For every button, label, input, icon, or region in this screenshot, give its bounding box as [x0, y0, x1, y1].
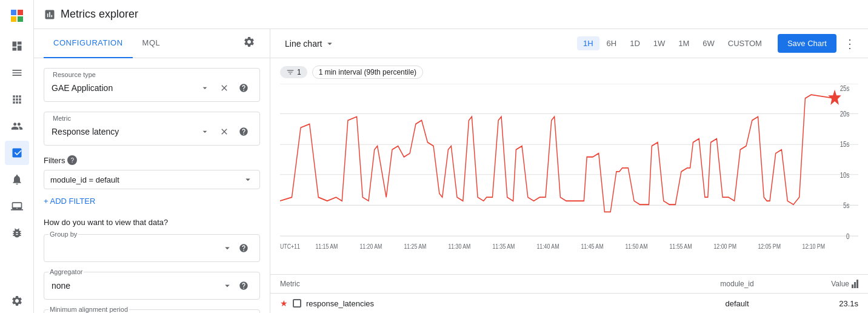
save-chart-button[interactable]: Save Chart	[778, 34, 836, 53]
right-panel: Line chart 1H 6H 1D 1W 1M 6W CUSTOM Save…	[270, 29, 868, 313]
chart-type-label: Line chart	[285, 39, 322, 49]
svg-text:20s: 20s	[840, 110, 850, 118]
sidebar-dashboard-icon[interactable]	[5, 34, 29, 58]
group-by-wrapper: Group by	[44, 234, 260, 262]
topbar: Metrics explorer	[34, 0, 868, 29]
svg-text:11:15 AM: 11:15 AM	[315, 243, 338, 250]
svg-text:25s: 25s	[840, 84, 850, 92]
svg-rect-0	[11, 10, 16, 15]
tab-configuration[interactable]: CONFIGURATION	[44, 29, 133, 58]
alignment-label: Minimum alignment period	[48, 306, 129, 313]
legend-value-cell: 23.1s	[798, 299, 858, 308]
chart-container: 0 5s 10s 15s 20s 25s UTC+11 11:15 AM	[280, 84, 858, 274]
group-by-help-icon[interactable]	[235, 240, 252, 257]
time-btn-1h[interactable]: 1H	[577, 36, 599, 50]
tab-mql[interactable]: MQL	[133, 29, 170, 58]
metric-help-icon[interactable]	[235, 123, 252, 140]
more-options-button[interactable]: ⋮	[841, 34, 858, 53]
resource-type-clear-icon[interactable]	[216, 79, 233, 96]
time-btn-6w[interactable]: 6W	[696, 36, 721, 50]
resource-type-field: Resource type GAE Application	[44, 68, 260, 102]
aggregator-value: none	[52, 281, 222, 291]
sidebar-settings-icon[interactable]	[5, 289, 29, 313]
aggregator-select[interactable]: Aggregator none	[44, 272, 260, 300]
metric-dropdown-icon[interactable]	[196, 123, 213, 140]
chart-area: 1 1 min interval (99th percentile)	[270, 58, 868, 274]
app-logo	[6, 5, 28, 27]
legend-col-value: Value	[798, 280, 858, 288]
form-section: Resource type GAE Application	[34, 58, 270, 313]
add-filter-button[interactable]: + ADD FILTER	[44, 194, 260, 208]
time-btn-custom[interactable]: CUSTOM	[722, 36, 768, 50]
row-metric-name: response_latencies	[306, 299, 374, 308]
sidebar-grid-icon[interactable]	[5, 87, 29, 112]
svg-text:11:30 AM: 11:30 AM	[448, 243, 470, 250]
svg-text:11:40 AM: 11:40 AM	[536, 243, 559, 250]
interval-badge: 1 min interval (99th percentile)	[312, 66, 423, 79]
alignment-select[interactable]: Minimum alignment period 1 minute	[44, 309, 260, 313]
sidebar-list-icon[interactable]	[5, 61, 29, 85]
time-btn-1m[interactable]: 1M	[672, 36, 695, 50]
chart-filter-badges: 1 1 min interval (99th percentile)	[280, 66, 858, 79]
aggregator-wrapper: Aggregator none	[44, 272, 260, 300]
resource-type-actions	[196, 79, 252, 96]
view-data-title: How do you want to view that data?	[44, 218, 260, 227]
metric-value: Response latency	[52, 124, 194, 139]
left-panel: CONFIGURATION MQL Resource type GAE Appl…	[34, 29, 270, 313]
legend-header: Metric module_id Value	[270, 275, 868, 294]
aggregator-dropdown-icon	[222, 280, 233, 291]
metric-clear-icon[interactable]	[216, 123, 233, 140]
svg-text:0: 0	[846, 232, 849, 240]
svg-text:11:55 AM: 11:55 AM	[669, 243, 692, 250]
filter-count-badge[interactable]: 1	[280, 66, 307, 78]
sidebar-debug-icon[interactable]	[5, 221, 29, 245]
filter-chip[interactable]: module_id = default	[44, 170, 260, 189]
aggregator-label: Aggregator	[48, 268, 84, 275]
svg-text:11:20 AM: 11:20 AM	[359, 243, 382, 250]
content-area: CONFIGURATION MQL Resource type GAE Appl…	[34, 29, 868, 313]
settings-gear-icon[interactable]	[238, 31, 260, 56]
sidebar-people-icon[interactable]	[5, 114, 29, 138]
filters-label: Filters	[44, 156, 65, 165]
legend-row: ★ response_latencies default 23.1s	[270, 294, 868, 313]
svg-rect-2	[11, 16, 16, 22]
row-star-icon: ★	[280, 298, 288, 308]
chart-toolbar: Line chart 1H 6H 1D 1W 1M 6W CUSTOM Save…	[270, 29, 868, 58]
sidebar-bell-icon[interactable]	[5, 167, 29, 192]
filter-chevron-icon	[242, 174, 253, 185]
group-by-dropdown-icon	[222, 243, 233, 254]
metric-row: Response latency	[52, 123, 252, 140]
resource-type-help-icon[interactable]	[235, 79, 252, 96]
svg-text:11:50 AM: 11:50 AM	[625, 243, 647, 250]
svg-text:11:35 AM: 11:35 AM	[492, 243, 515, 250]
chart-type-dropdown-icon	[324, 38, 335, 49]
sidebar-chart-icon[interactable]	[5, 141, 29, 165]
svg-text:12:00 PM: 12:00 PM	[714, 243, 736, 250]
resource-type-row: GAE Application	[52, 79, 252, 96]
filter-value: module_id = default	[50, 175, 119, 184]
tabs-bar: CONFIGURATION MQL	[34, 29, 270, 58]
group-by-select[interactable]: Group by	[44, 234, 260, 262]
resource-type-dropdown-icon[interactable]	[196, 79, 213, 96]
chart-type-button[interactable]: Line chart	[280, 35, 340, 53]
time-btn-1d[interactable]: 1D	[624, 36, 646, 50]
legend-col-metric: Metric	[280, 280, 676, 288]
bars-sort-icon[interactable]	[852, 280, 858, 288]
aggregator-help-icon[interactable]	[235, 277, 252, 294]
time-btn-1w[interactable]: 1W	[647, 36, 672, 50]
filters-help-icon[interactable]: ?	[67, 155, 77, 165]
metric-field: Metric Response latency	[44, 112, 260, 146]
legend-col-module: module_id	[676, 280, 798, 288]
svg-text:10s: 10s	[840, 171, 850, 179]
svg-text:11:45 AM: 11:45 AM	[581, 243, 603, 250]
sidebar-monitor-icon[interactable]	[5, 194, 29, 218]
resource-type-value: GAE Application	[52, 81, 194, 95]
line-chart-svg: 0 5s 10s 15s 20s 25s UTC+11 11:15 AM	[280, 84, 858, 274]
row-checkbox[interactable]	[293, 299, 301, 308]
time-btn-6h[interactable]: 6H	[601, 36, 623, 50]
main-content: Metrics explorer CONFIGURATION MQL Resou…	[34, 0, 868, 313]
svg-text:15s: 15s	[840, 140, 850, 148]
topbar-icon	[44, 8, 56, 21]
svg-text:12:05 PM: 12:05 PM	[758, 243, 781, 250]
group-by-label: Group by	[48, 231, 78, 238]
